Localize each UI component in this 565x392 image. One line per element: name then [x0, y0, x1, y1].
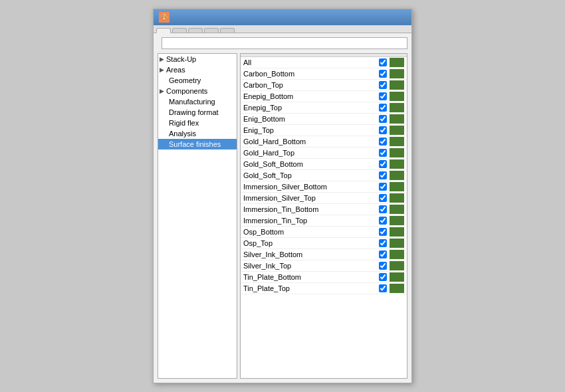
filter-input[interactable] [162, 37, 407, 49]
layer-color-swatch[interactable] [390, 159, 404, 169]
layer-color-swatch[interactable] [390, 205, 404, 214]
layer-name: Gold_Hard_Top [243, 149, 378, 157]
layer-checkbox[interactable] [379, 104, 387, 112]
layer-checkbox[interactable] [379, 160, 387, 168]
tab-visibility-pane[interactable] [220, 28, 235, 33]
tree-item-surface-finishes[interactable]: Surface finishes [158, 139, 237, 149]
tree-item-label: Rigid flex [169, 119, 199, 127]
tree-panel: ▶Stack-Up▶AreasGeometry▶ComponentsManufa… [158, 53, 237, 379]
main-area: ▶Stack-Up▶AreasGeometry▶ComponentsManufa… [158, 53, 407, 379]
layer-checkbox-wrapper [378, 137, 388, 146]
tab-nets[interactable] [172, 28, 187, 33]
layer-color-swatch[interactable] [390, 239, 404, 248]
tree-item-components[interactable]: ▶Components [158, 86, 237, 96]
layer-checkbox[interactable] [379, 273, 387, 281]
layer-checkbox-wrapper [378, 227, 388, 237]
layer-row: Enepig_Top [241, 102, 407, 114]
layer-row: Gold_Hard_Bottom [241, 136, 407, 147]
layer-checkbox-wrapper [378, 182, 388, 191]
tree-item-rigid-flex[interactable]: Rigid flex [158, 118, 237, 128]
layer-checkbox[interactable] [379, 217, 387, 225]
tree-item-analysis[interactable]: Analysis [158, 128, 237, 139]
layer-name: Tin_Plate_Top [243, 284, 378, 292]
title-bar: 🎨 [154, 9, 411, 25]
tree-item-manufacturing[interactable]: Manufacturing [158, 96, 237, 107]
layer-row: Gold_Soft_Bottom [241, 159, 407, 170]
layer-row: Enig_Top [241, 125, 407, 136]
layer-checkbox[interactable] [379, 284, 387, 292]
layer-checkbox-wrapper [378, 284, 388, 293]
layer-color-swatch[interactable] [390, 69, 404, 78]
layer-color-swatch[interactable] [390, 216, 404, 225]
layer-checkbox[interactable] [379, 115, 387, 123]
tree-item-drawing-format[interactable]: Drawing format [158, 107, 237, 118]
layer-color-swatch[interactable] [390, 80, 404, 90]
layer-color-swatch[interactable] [390, 284, 404, 293]
layer-checkbox-wrapper [378, 69, 388, 78]
color-dialog: 🎨 ▶Stack-Up▶AreasGeometry▶ComponentsManu… [153, 9, 412, 383]
layer-checkbox[interactable] [379, 194, 387, 202]
layer-name: Carbon_Bottom [243, 70, 378, 78]
layer-checkbox[interactable] [379, 92, 387, 100]
layer-color-swatch[interactable] [390, 126, 404, 135]
layer-row: Tin_Plate_Bottom [241, 272, 407, 283]
layer-name: Immersion_Silver_Top [243, 194, 378, 202]
layer-checkbox[interactable] [379, 239, 387, 247]
tree-item-label: Geometry [169, 76, 201, 84]
tree-item-stack-up[interactable]: ▶Stack-Up [158, 54, 237, 64]
layer-checkbox[interactable] [379, 183, 387, 191]
layer-checkbox[interactable] [379, 262, 387, 270]
layer-color-swatch[interactable] [390, 114, 404, 124]
layer-checkbox[interactable] [379, 250, 387, 258]
layer-color-swatch[interactable] [390, 103, 404, 112]
layer-color-swatch[interactable] [390, 182, 404, 191]
layer-checkbox[interactable] [379, 70, 387, 78]
layer-row: Enig_Bottom [241, 114, 407, 125]
layer-checkbox[interactable] [379, 58, 387, 66]
tree-item-label: Stack-Up [166, 55, 196, 63]
tree-item-geometry[interactable]: Geometry [158, 75, 237, 86]
layer-name: Silver_Ink_Top [243, 262, 378, 270]
tree-item-label: Areas [166, 66, 185, 74]
filter-row [158, 37, 407, 49]
tree-item-label: Drawing format [169, 108, 219, 116]
tab-favorites[interactable] [204, 28, 219, 33]
tab-bar [154, 25, 411, 33]
layer-color-swatch[interactable] [390, 92, 404, 101]
layer-checkbox-wrapper [378, 148, 388, 157]
layer-checkbox[interactable] [379, 149, 387, 157]
layer-checkbox-wrapper [378, 272, 388, 282]
tree-item-areas[interactable]: ▶Areas [158, 64, 237, 75]
layer-color-swatch[interactable] [390, 250, 404, 259]
layer-row: All [241, 57, 407, 68]
layer-color-swatch[interactable] [390, 58, 404, 67]
layer-color-swatch[interactable] [390, 261, 404, 270]
layer-color-swatch[interactable] [390, 148, 404, 157]
layer-row: Osp_Top [241, 238, 407, 249]
layer-name: Gold_Soft_Top [243, 171, 378, 179]
layer-checkbox[interactable] [379, 171, 387, 179]
layer-name: Osp_Bottom [243, 228, 378, 236]
layer-checkbox-wrapper [378, 205, 388, 214]
layer-color-swatch[interactable] [390, 227, 404, 237]
layer-color-swatch[interactable] [390, 272, 404, 282]
layer-color-swatch[interactable] [390, 137, 404, 146]
layer-color-swatch[interactable] [390, 193, 404, 203]
layer-row: Silver_Ink_Bottom [241, 249, 407, 260]
layer-checkbox-wrapper [378, 239, 388, 248]
layer-checkbox[interactable] [379, 81, 387, 89]
layer-checkbox[interactable] [379, 205, 387, 213]
tab-display[interactable] [188, 28, 203, 33]
layer-row: Gold_Soft_Top [241, 170, 407, 181]
layers-header [241, 54, 407, 57]
layer-checkbox[interactable] [379, 138, 387, 146]
layer-name: Gold_Hard_Bottom [243, 138, 378, 146]
layer-name: Enig_Bottom [243, 115, 378, 123]
layer-checkbox[interactable] [379, 228, 387, 236]
layer-row: Immersion_Silver_Bottom [241, 181, 407, 193]
layer-checkbox[interactable] [379, 126, 387, 134]
layer-checkbox-wrapper [378, 261, 388, 270]
tab-layers[interactable] [156, 28, 171, 33]
layer-row: Gold_Hard_Top [241, 147, 407, 159]
layer-color-swatch[interactable] [390, 171, 404, 180]
